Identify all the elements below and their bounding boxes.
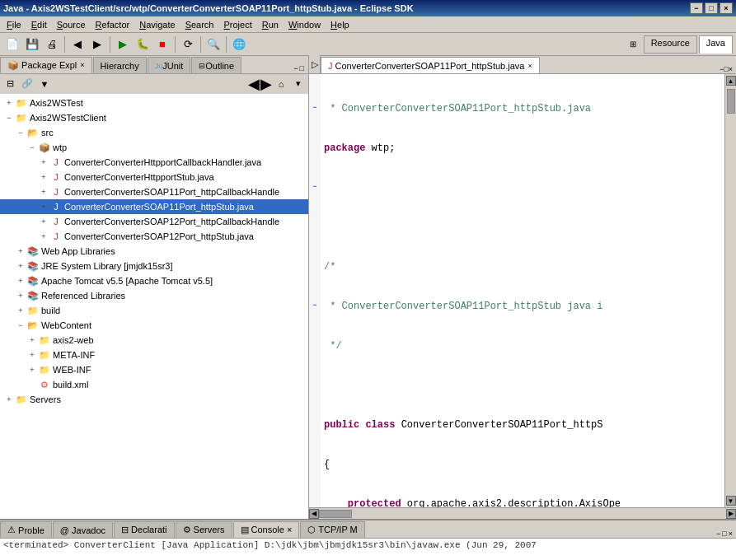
expand-icon[interactable]: + (26, 364, 38, 376)
forward-button[interactable]: ▶ (88, 35, 106, 54)
tree-item-src[interactable]: − 📂 src (0, 125, 308, 140)
expand-icon[interactable]: + (26, 349, 38, 361)
menu-search[interactable]: Search (180, 18, 219, 31)
tree-item-soap11stub[interactable]: + J ConverterConverterSOAP11Port_httpStu… (0, 199, 308, 214)
expand-icon[interactable]: + (38, 186, 49, 198)
menu-window[interactable]: Window (284, 18, 326, 31)
tree-item-metainf[interactable]: + 📁 META-INF (0, 348, 308, 362)
menu-refactor[interactable]: Refactor (91, 18, 135, 31)
maximize-panel-button[interactable]: □ (299, 63, 305, 73)
menu-source[interactable]: Source (52, 18, 91, 31)
minimize-bottom-button[interactable]: − (716, 530, 720, 538)
expand-icon[interactable]: + (38, 156, 49, 168)
expand-icon[interactable]: − (15, 127, 26, 138)
resource-perspective[interactable]: Resource (644, 35, 697, 54)
java-perspective[interactable]: Java (699, 35, 733, 54)
menu-edit[interactable]: Edit (26, 18, 52, 31)
tree-item-soap12stub[interactable]: + J ConverterConverterSOAP12Port_httpStu… (0, 229, 308, 244)
tree-item-soap12callback[interactable]: + J ConverterConverterSOAP12Port_httpCal… (0, 214, 308, 229)
tab-package-explorer-close[interactable]: × (80, 61, 84, 69)
tree-item-tomcat[interactable]: + 📚 Apache Tomcat v5.5 [Apache Tomcat v5… (0, 273, 308, 288)
minimize-panel-button[interactable]: − (293, 63, 298, 73)
menu-help[interactable]: Help (326, 18, 354, 31)
tree-item-soap11callback[interactable]: + J ConverterConverterSOAP11Port_httpCal… (0, 184, 308, 199)
close-button[interactable]: × (720, 2, 733, 14)
new-button[interactable]: 📄 (3, 35, 21, 54)
tree-item-webapp-lib[interactable]: + 📚 Web App Libraries (0, 244, 308, 259)
scroll-down-button[interactable]: ▼ (726, 496, 736, 506)
h-scroll-thumb[interactable] (319, 510, 352, 518)
expand-icon[interactable]: + (38, 231, 49, 242)
back-button[interactable]: ◀ (68, 35, 87, 54)
view-menu-button[interactable]: ▼ (36, 76, 53, 92)
expand-icon[interactable]: + (15, 245, 26, 257)
expand-icon[interactable]: − (26, 142, 38, 153)
tree-item-callbackhandler[interactable]: + J ConverterConverterHttpportCallbackHa… (0, 155, 308, 170)
tree-item-axis2wstestclient[interactable]: − 📁 Axis2WSTestClient (0, 110, 308, 125)
expand-icon[interactable]: + (26, 334, 38, 346)
expand-icon[interactable]: + (38, 216, 49, 227)
tab-servers[interactable]: ⚙ Servers (176, 521, 232, 538)
maximize-button[interactable]: □ (705, 2, 718, 14)
link-editor-button[interactable]: 🔗 (19, 76, 35, 92)
globe-button[interactable]: 🌐 (230, 35, 248, 54)
tab-declaration[interactable]: ⊟ Declarati (114, 521, 174, 538)
scroll-track[interactable] (727, 86, 735, 496)
editor-tab-soap11stub[interactable]: J ConverterConverterSOAP11Port_httpStub.… (321, 57, 540, 73)
tree-item-axis2wstest[interactable]: + 📁 Axis2WSTest (0, 96, 308, 110)
tab-console[interactable]: ▤ Console × (233, 521, 300, 538)
home-button[interactable]: ⌂ (273, 76, 289, 92)
expand-icon[interactable]: + (15, 305, 26, 316)
expand-icon[interactable]: + (3, 394, 15, 405)
tree-item-jre[interactable]: + 📚 JRE System Library [jmjdk15sr3] (0, 259, 308, 273)
print-button[interactable]: 🖨 (43, 35, 61, 54)
tab-junit[interactable]: Ju JUnit (148, 57, 191, 73)
close-editor-button[interactable]: × (729, 65, 733, 73)
tree-item-reflib[interactable]: + 📚 Referenced Libraries (0, 288, 308, 303)
scroll-thumb[interactable] (727, 89, 735, 114)
expand-icon[interactable]: − (3, 112, 15, 124)
tree-item-servers[interactable]: + 📁 Servers (0, 392, 308, 407)
close-bottom-button[interactable]: × (729, 530, 733, 538)
tab-problems[interactable]: ⚠ Proble (0, 521, 52, 538)
scroll-right-button[interactable]: ▶ (726, 509, 736, 519)
save-button[interactable]: 💾 (23, 35, 41, 54)
tree-item-build[interactable]: + 📁 build (0, 303, 308, 318)
stop-button[interactable]: ■ (153, 35, 171, 54)
run-button[interactable]: ▶ (114, 35, 132, 54)
expand-icon[interactable]: + (38, 171, 49, 183)
forward-nav-icon[interactable]: ▶ (260, 75, 272, 93)
expand-icon[interactable]: + (15, 260, 26, 272)
tab-javadoc[interactable]: @ Javadoc (53, 521, 113, 538)
menu-navigate[interactable]: Navigate (134, 18, 180, 31)
expand-icon[interactable]: + (15, 275, 26, 287)
tree-item-axis2web[interactable]: + 📁 axis2-web (0, 333, 308, 348)
vertical-scrollbar[interactable]: ▲ ▼ (724, 74, 736, 507)
dropdown-button[interactable]: ▾ (290, 76, 307, 92)
expand-icon[interactable]: + (3, 97, 15, 109)
menu-run[interactable]: Run (257, 18, 284, 31)
collapse-all-button[interactable]: ⊟ (2, 76, 18, 92)
menu-file[interactable]: File (2, 18, 26, 31)
tab-outline[interactable]: ⊟ Outline (191, 57, 241, 73)
expand-icon[interactable]: + (15, 290, 26, 301)
back-nav-icon[interactable]: ◀ (248, 75, 260, 93)
tree-item-httpportstub[interactable]: + J ConverterConverterHttpportStub.java (0, 170, 308, 184)
editor-tab-close[interactable]: × (527, 62, 532, 70)
tree-item-webcontent[interactable]: − 📂 WebContent (0, 318, 308, 333)
tab-tcpip[interactable]: ⬡ TCP/IP M (300, 521, 364, 538)
search-button[interactable]: 🔍 (204, 35, 223, 54)
tab-package-explorer[interactable]: 📦 Package Expl × (0, 57, 92, 73)
tree-item-webinf[interactable]: + 📁 WEB-INF (0, 362, 308, 377)
expand-icon[interactable]: − (15, 320, 26, 331)
maximize-bottom-button[interactable]: □ (722, 530, 726, 538)
horizontal-scrollbar[interactable]: ◀ ▶ (309, 507, 736, 519)
refresh-button[interactable]: ⟳ (179, 35, 197, 54)
menu-project[interactable]: Project (219, 18, 257, 31)
expand-icon[interactable]: + (38, 201, 49, 212)
scroll-left-button[interactable]: ◀ (309, 509, 319, 519)
tree-item-wtp[interactable]: − 📦 wtp (0, 140, 308, 155)
code-content[interactable]: * ConverterConverterSOAP11Port_httpStub.… (321, 74, 724, 507)
tab-hierarchy[interactable]: Hierarchy (93, 57, 147, 73)
tree-item-buildxml[interactable]: ⚙ build.xml (0, 377, 308, 392)
